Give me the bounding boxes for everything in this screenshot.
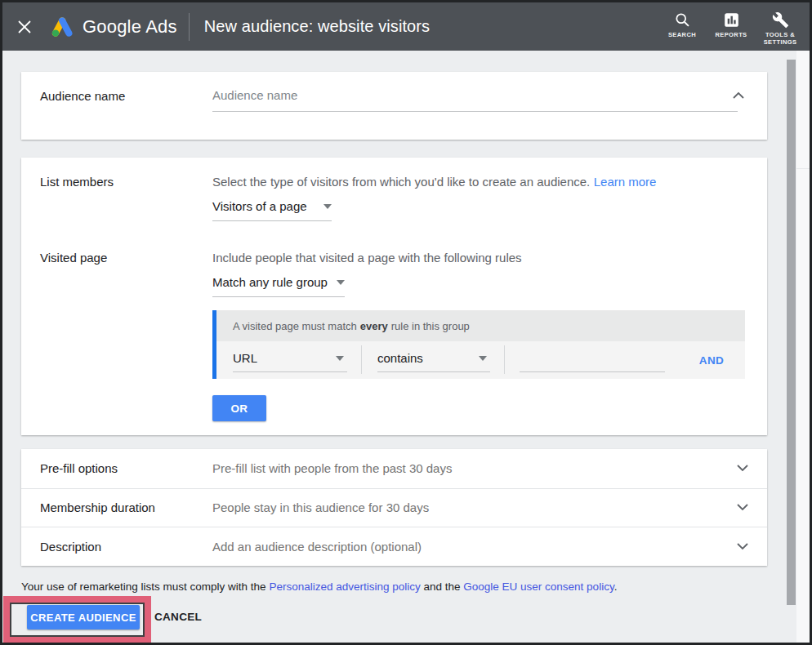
page-title: New audience: website visitors (204, 17, 430, 36)
chevron-down-icon[interactable] (737, 504, 748, 511)
rule-divider (361, 345, 362, 374)
search-icon (674, 11, 691, 29)
learn-more-link[interactable]: Learn more (594, 175, 657, 189)
chevron-up-icon[interactable] (733, 91, 744, 99)
tools-settings-nav-button[interactable]: TOOLS & SETTINGS (756, 11, 805, 46)
background-divider (796, 168, 810, 169)
new-audience-dialog: Google Ads New audience: website visitor… (0, 0, 812, 645)
description-row[interactable]: Description Add an audience description … (21, 527, 767, 566)
prefill-options-row[interactable]: Pre-fill options Pre-fill list with peop… (21, 449, 767, 488)
audience-name-label: Audience name (40, 89, 125, 103)
visitor-type-dropdown[interactable]: Visitors of a page (212, 199, 332, 221)
rule-row: URL contains AND (216, 341, 745, 379)
header-nav: SEARCH REPORTS TOOLS & SETTINGS (658, 2, 805, 51)
dropdown-caret-icon (336, 356, 344, 361)
chevron-down-icon[interactable] (737, 543, 748, 550)
options-section: Pre-fill options Pre-fill list with peop… (21, 449, 767, 566)
create-audience-button[interactable]: CREATE AUDIENCE (27, 605, 140, 629)
vertical-scrollbar[interactable] (787, 60, 796, 605)
cancel-button[interactable]: CANCEL (154, 605, 202, 629)
match-rule-dropdown[interactable]: Match any rule group (212, 275, 345, 297)
google-ads-logo-icon (47, 16, 75, 38)
tools-settings-nav-label: TOOLS & SETTINGS (756, 32, 805, 46)
rule-divider (504, 345, 505, 374)
search-nav-label: SEARCH (668, 32, 696, 39)
rule-group-header: A visited page must match every rule in … (216, 310, 745, 341)
or-rule-group-button[interactable]: OR (212, 395, 266, 421)
reports-icon (723, 11, 740, 29)
personalized-advertising-policy-link[interactable]: Personalized advertising policy (269, 580, 420, 593)
close-icon[interactable] (16, 19, 33, 35)
audience-name-input[interactable] (212, 86, 738, 112)
audience-name-section: Audience name (21, 72, 767, 140)
rule-value-input[interactable] (520, 348, 665, 367)
list-members-label: List members (40, 175, 114, 189)
value-underline (520, 371, 665, 372)
visited-page-label: Visited page (40, 251, 107, 265)
field-underline (233, 371, 347, 372)
reports-nav-button[interactable]: REPORTS (707, 11, 756, 39)
list-members-section: List members Select the type of visitors… (21, 158, 767, 435)
search-nav-button[interactable]: SEARCH (658, 11, 707, 39)
and-rule-button[interactable]: AND (699, 354, 724, 367)
visited-page-description: Include people that visited a page with … (212, 251, 522, 265)
dropdown-caret-icon (337, 280, 345, 285)
brand-name: Google Ads (83, 16, 177, 38)
reports-nav-label: REPORTS (715, 32, 747, 39)
membership-duration-row[interactable]: Membership duration People stay in this … (21, 488, 767, 527)
dropdown-caret-icon (479, 356, 487, 361)
dropdown-caret-icon (323, 204, 332, 209)
rule-field-dropdown[interactable]: URL (233, 341, 347, 379)
tools-settings-icon (772, 11, 789, 29)
header-divider (189, 13, 190, 41)
rule-value-field (520, 341, 665, 379)
eu-consent-policy-link[interactable]: Google EU user consent policy (463, 580, 613, 593)
app-header: Google Ads New audience: website visitor… (2, 2, 810, 51)
operator-underline (377, 371, 490, 372)
rule-group: A visited page must match every rule in … (212, 310, 745, 379)
policy-disclaimer: Your use of remarketing lists must compl… (21, 580, 773, 593)
background-panel (796, 51, 810, 643)
rule-operator-dropdown[interactable]: contains (377, 341, 490, 379)
list-members-description: Select the type of visitors from which y… (212, 175, 656, 189)
chevron-down-icon[interactable] (737, 465, 748, 472)
